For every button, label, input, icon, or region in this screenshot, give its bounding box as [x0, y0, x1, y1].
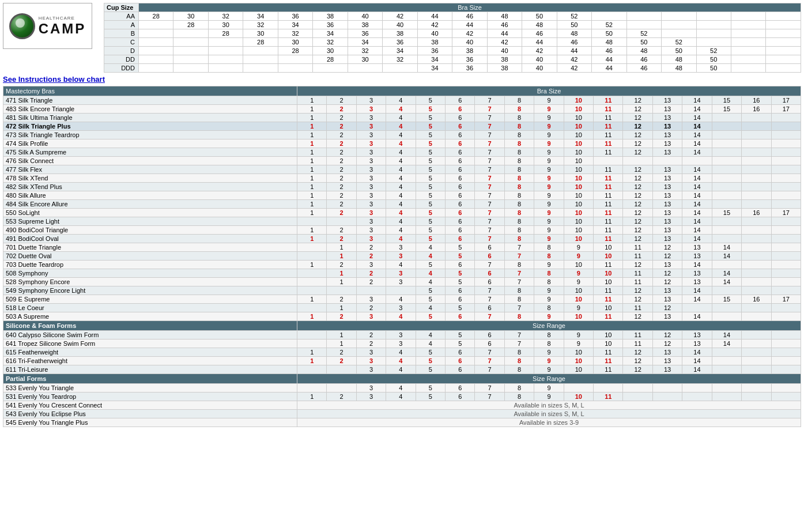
size-cell: 8 — [534, 331, 564, 339]
size-cell: 4 — [386, 105, 416, 114]
size-cell: 9 — [564, 304, 593, 312]
size-cell — [712, 183, 741, 191]
size-cell: 9 — [534, 384, 564, 393]
cup-size-cell: 30 — [208, 21, 243, 29]
size-cell: 4 — [386, 295, 416, 304]
size-cell: 11 — [594, 312, 623, 321]
size-cell: 12 — [652, 339, 682, 348]
size-cell: 9 — [534, 312, 564, 321]
size-cell: 14 — [682, 174, 712, 183]
size-cell — [771, 114, 801, 122]
cup-label: AA — [104, 12, 139, 21]
product-name: 615 Featherweight — [3, 348, 297, 357]
size-cell: 9 — [534, 131, 564, 139]
instructions-link[interactable]: See Instructions below chart — [3, 75, 105, 84]
size-cell: 4 — [416, 304, 445, 312]
size-cell: 5 — [446, 269, 475, 278]
size-cell: 9 — [534, 261, 564, 269]
size-cell: 10 — [594, 339, 623, 348]
size-cell: 1 — [327, 278, 356, 286]
size-cell: 7 — [475, 312, 504, 321]
size-cell: 3 — [356, 139, 386, 148]
size-cell: 4 — [416, 331, 445, 339]
size-cell — [712, 122, 741, 131]
size-cell: 7 — [475, 105, 504, 114]
size-cell: 1 — [297, 157, 327, 165]
cup-size-cell: 38 — [452, 47, 487, 55]
cup-size-cell: 32 — [208, 12, 243, 21]
size-cell: 13 — [652, 183, 682, 191]
size-cell: 4 — [386, 384, 416, 393]
size-cell — [742, 165, 771, 174]
size-cell: 5 — [416, 200, 445, 209]
size-cell — [771, 217, 801, 226]
size-cell — [771, 148, 801, 157]
size-cell: 14 — [682, 348, 712, 357]
size-cell — [712, 217, 741, 226]
size-cell: 1 — [297, 200, 327, 209]
product-name: 483 Silk Encore Triangle — [3, 105, 297, 114]
size-cell: 7 — [504, 243, 534, 252]
size-cell: 9 — [534, 348, 564, 357]
size-cell: 6 — [475, 252, 504, 261]
cup-size-cell: 48 — [557, 29, 591, 38]
size-cell: 1 — [327, 269, 356, 278]
cup-size-cell — [731, 55, 765, 64]
size-cell: 15 — [712, 209, 741, 217]
size-cell: 11 — [594, 365, 623, 374]
size-cell: 10 — [564, 393, 593, 401]
size-cell: 9 — [534, 96, 564, 105]
cup-size-cell: 42 — [452, 29, 487, 38]
product-name: 702 Duette Oval — [3, 252, 297, 261]
cup-size-cell: 38 — [487, 64, 522, 73]
cup-size-cell: 40 — [522, 64, 557, 73]
size-cell: 8 — [504, 209, 534, 217]
size-cell: 8 — [504, 157, 534, 165]
size-cell: 9 — [534, 105, 564, 114]
size-cell: 11 — [594, 226, 623, 235]
size-cell — [771, 286, 801, 295]
size-cell — [712, 131, 741, 139]
size-cell — [742, 183, 771, 191]
cup-size-cell — [766, 12, 801, 21]
size-cell — [297, 217, 327, 226]
size-cell — [742, 200, 771, 209]
size-cell: 6 — [475, 278, 504, 286]
size-cell: 10 — [564, 209, 593, 217]
size-cell: 2 — [327, 261, 356, 269]
size-cell — [712, 139, 741, 148]
product-name: 477 Silk Flex — [3, 165, 297, 174]
size-cell: 7 — [475, 183, 504, 191]
cup-size-cell: 48 — [662, 55, 696, 64]
size-cell: 3 — [386, 269, 416, 278]
cup-size-cell — [626, 21, 661, 29]
size-cell: 12 — [623, 114, 652, 122]
size-cell: 3 — [356, 393, 386, 401]
size-cell — [771, 269, 801, 278]
size-cell: 5 — [446, 304, 475, 312]
size-cell — [712, 286, 741, 295]
cup-size-cell — [731, 29, 765, 38]
size-cell: 2 — [356, 243, 386, 252]
size-cell: 8 — [504, 96, 534, 105]
size-cell: 7 — [475, 357, 504, 365]
page-wrapper: HEALTHCARE CAMP Cup Size Bra Size AA2830… — [0, 0, 804, 532]
size-cell: 7 — [475, 200, 504, 209]
size-cell: 3 — [386, 339, 416, 348]
size-cell: 7 — [475, 226, 504, 235]
size-cell: 4 — [386, 393, 416, 401]
size-cell: 8 — [534, 243, 564, 252]
size-cell: 11 — [594, 393, 623, 401]
size-cell: 4 — [386, 96, 416, 105]
size-cell: 3 — [356, 96, 386, 105]
size-cell — [742, 235, 771, 243]
cup-label: B — [104, 29, 139, 38]
size-cell: 14 — [712, 243, 741, 252]
size-cell: 16 — [742, 209, 771, 217]
size-cell: 2 — [327, 131, 356, 139]
size-cell: 6 — [446, 114, 475, 122]
size-cell: 5 — [416, 131, 445, 139]
size-cell: 13 — [652, 148, 682, 157]
size-cell: 3 — [356, 348, 386, 357]
size-cell: 8 — [534, 304, 564, 312]
